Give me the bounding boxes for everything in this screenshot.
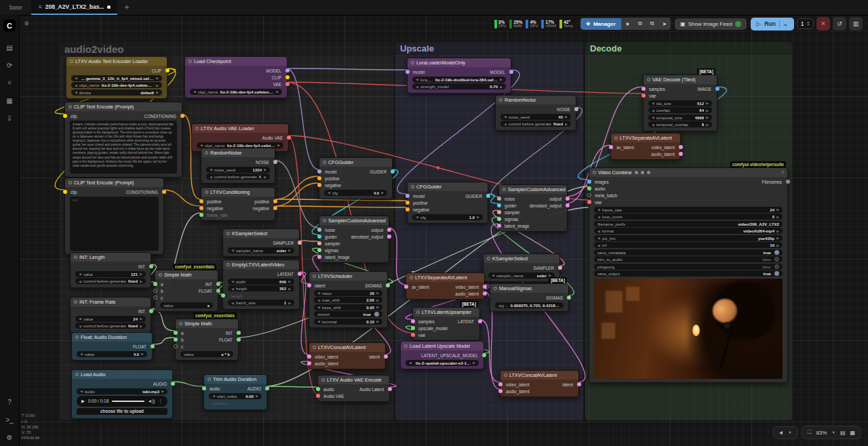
node-header[interactable]: LTXV Audio Text Encoder Loader xyxy=(66,57,167,66)
output-port-Filenames[interactable] xyxy=(786,180,790,184)
input-port-vae[interactable] xyxy=(411,333,415,337)
output-port-GUIDER[interactable] xyxy=(486,194,490,198)
widget-device[interactable]: ◀devicedefault▶ xyxy=(71,89,162,96)
widget-cfg[interactable]: ◀cfg1.0▶ xyxy=(412,214,483,220)
node-simple-math-1[interactable]: comfyui_essentials Simple MathaINTbFLOAT… xyxy=(155,270,218,312)
output-port-LATENT[interactable] xyxy=(298,272,302,276)
history-button[interactable]: ↺ xyxy=(833,17,846,31)
input-port-samples[interactable] xyxy=(642,87,646,91)
refresh-icon[interactable]: ⟳ xyxy=(3,59,16,71)
canvas-menu-icon[interactable]: ≡ xyxy=(24,19,28,27)
seek-bar[interactable] xyxy=(112,401,144,402)
input-port-guider[interactable] xyxy=(497,203,501,207)
widget-trim_to_audio[interactable]: trim_to_audiofalse xyxy=(594,256,783,262)
output-port-INT[interactable] xyxy=(237,331,241,335)
node-ltxv-conditioning[interactable]: LTXVConditioningpositivepositivenegative… xyxy=(201,187,275,221)
node-header[interactable]: EmptyLTXVLatentVideo xyxy=(223,260,299,269)
widget-value[interactable]: ◀ltx-2-spatial-upscaler-x2-1.0.saf ...▶ xyxy=(406,360,479,366)
collapse-dot-icon[interactable] xyxy=(159,273,162,277)
workflows-icon[interactable]: ▤ xyxy=(3,41,16,54)
widget-strength_model[interactable]: ◀strength_model0.70▶ xyxy=(412,83,506,89)
output-port-positive[interactable] xyxy=(273,199,277,203)
fit-view-icon[interactable]: ⛶ xyxy=(808,429,812,436)
collapse-dot-icon[interactable] xyxy=(504,373,507,377)
node-header[interactable]: INT: Frame Rate xyxy=(71,298,151,306)
collapse-dot-icon[interactable] xyxy=(195,127,199,130)
widget-sampler_name[interactable]: ◀sampler_nameeuler▶ xyxy=(228,247,294,254)
input-port-sampler[interactable] xyxy=(317,241,321,245)
widget-noise_seed[interactable]: ◀noise_seed45▶ xyxy=(500,114,571,120)
output-port-SAMPLER[interactable] xyxy=(298,241,302,245)
node-header[interactable]: RandomNoise xyxy=(496,96,576,104)
node-header[interactable]: Simple Math xyxy=(155,270,218,279)
widget-cfg[interactable]: ◀cfg4.0▶ xyxy=(324,190,387,196)
output-port-FLOAT[interactable] xyxy=(151,344,155,348)
input-port-audio_latent[interactable] xyxy=(498,389,502,393)
node-header[interactable]: LTXVConditioning xyxy=(201,188,275,197)
widget-value[interactable]: ◀value121▶ xyxy=(75,271,146,277)
input-port-images[interactable] xyxy=(587,180,591,184)
terminal-icon[interactable]: >_ xyxy=(3,413,16,426)
collapse-dot-icon[interactable] xyxy=(502,188,506,191)
show-image-feed-button[interactable]: ▣ Show Image Feed xyxy=(675,18,747,30)
node-ltxv-separate-av-latent-2[interactable]: LTXVSeparateAVLatentav_latentvideo_laten… xyxy=(610,133,681,160)
widget-filename_prefix[interactable]: filename_prefixvideo/206_A2V_LTX2 xyxy=(594,221,783,227)
downloads-icon[interactable]: ⇩ xyxy=(3,112,16,124)
node-ltxv-audio-text-encoder-loader[interactable]: LTXV Audio Text Encoder LoaderCLIP◀... g… xyxy=(66,56,167,99)
node-header[interactable]: Video Combine? xyxy=(589,168,787,177)
collapse-dot-icon[interactable] xyxy=(68,105,72,108)
node-header[interactable]: Load Latent Upscale Model xyxy=(401,342,484,350)
widget-sampler_name[interactable]: ◀sampler_nameeuler▶ xyxy=(488,272,555,279)
node-ksampler-select-1[interactable]: KSamplerSelectSAMPLER◀sampler_nameeuler▶ xyxy=(222,228,300,257)
input-port-c[interactable] xyxy=(153,296,157,300)
collapse-dot-icon[interactable] xyxy=(411,61,414,64)
input-port-a[interactable] xyxy=(153,282,157,286)
input-port-positive[interactable] xyxy=(406,201,410,205)
node-header[interactable]: LTXVSeparateAVLatent xyxy=(406,273,484,282)
pointer-tool[interactable]: ➤ ▼ xyxy=(773,426,798,439)
node-sampler-custom-advanced-2[interactable]: SamplerCustomAdvancednoiseoutputguiderde… xyxy=(498,184,568,232)
widget-control_before_generate[interactable]: ◀control before generatefixed▶ xyxy=(206,174,270,180)
collapse-dot-icon[interactable] xyxy=(614,136,618,140)
widget-loop_count[interactable]: ◀loop_count0▶ xyxy=(594,214,783,220)
input-port-audio[interactable] xyxy=(202,386,206,390)
collapse-dot-icon[interactable] xyxy=(70,60,73,63)
input-port-latent_image[interactable] xyxy=(497,224,501,228)
input-port-av_latent[interactable] xyxy=(609,145,613,149)
output-port-Audio_VAE[interactable] xyxy=(287,136,291,140)
node-ltxv-scheduler[interactable]: LTXVSchedulerlatentSIGMAS◀steps20▶◀max_s… xyxy=(309,271,388,328)
output-port-FLOAT[interactable] xyxy=(237,338,241,342)
node-header[interactable]: Load Audio xyxy=(72,370,172,379)
widget-sig_...[interactable]: sig ...0.909375, 0.725, 0.421875, 0.0 xyxy=(495,302,564,308)
collapse-dot-icon[interactable] xyxy=(208,378,211,381)
node-simple-math-2[interactable]: comfyui_essentials Simple MathaINTbFLOAT… xyxy=(175,319,239,361)
input-port-av_latent[interactable] xyxy=(404,285,408,289)
node-random-noise-2[interactable]: RandomNoiseNOISE◀noise_seed45▶◀control b… xyxy=(495,95,576,131)
input-port-a[interactable] xyxy=(174,331,178,335)
node-manual-sigmas[interactable]: [BETA] ManualSigmasSIGMASsig ...0.909375… xyxy=(490,283,569,312)
help-icon[interactable]: ? xyxy=(781,170,784,175)
batch-count-stepper[interactable]: 1 ▲▼ xyxy=(797,18,814,29)
collapse-dot-icon[interactable] xyxy=(226,232,230,235)
collapse-dot-icon[interactable] xyxy=(410,276,413,279)
widget-temporal_overlap[interactable]: ◀temporal_overlap8▶ xyxy=(648,121,712,127)
widget-tile_size[interactable]: ◀tile_size512▶ xyxy=(648,100,712,106)
widget-stretch[interactable]: stretchtrue xyxy=(314,311,382,317)
node-header[interactable]: Trim Audio Duration xyxy=(204,375,267,384)
node-cfg-guider-2[interactable]: CFGGuidermodelGUIDERpositivenegative◀cfg… xyxy=(407,182,488,224)
input-port-meta_batch[interactable] xyxy=(587,193,591,197)
output-port-latent[interactable] xyxy=(577,382,581,386)
input-port-positive[interactable] xyxy=(317,176,321,180)
widget-pix_fmt[interactable]: ◀pix_fmtyuv420p▶ xyxy=(594,235,783,241)
widget-terminal[interactable]: ◀terminal0.10▶ xyxy=(314,319,382,325)
input-port-latent_image[interactable] xyxy=(317,255,321,259)
node-ltxv-concat-av-latent-1[interactable]: LTXVConcatAVLatentvideo_latentlatentaudi… xyxy=(309,342,386,369)
node-header[interactable]: LTXVLatentUpsampler xyxy=(413,308,479,317)
output-port-GUIDER[interactable] xyxy=(391,169,395,174)
nodes-icon[interactable]: ⌗ xyxy=(3,77,16,89)
widget-start_index[interactable]: ◀start_index0.00▶ xyxy=(209,393,262,399)
node-int-frame-rate[interactable]: INT: Frame RateINT◀value24▶◀control befo… xyxy=(70,297,151,333)
star-icon[interactable]: ★ xyxy=(621,18,634,30)
input-port-video_latent[interactable] xyxy=(307,354,311,359)
node-vae-decode-tiled[interactable]: [BETA] VAE Decode (Tiled)samplesIMAGEvae… xyxy=(643,75,717,131)
